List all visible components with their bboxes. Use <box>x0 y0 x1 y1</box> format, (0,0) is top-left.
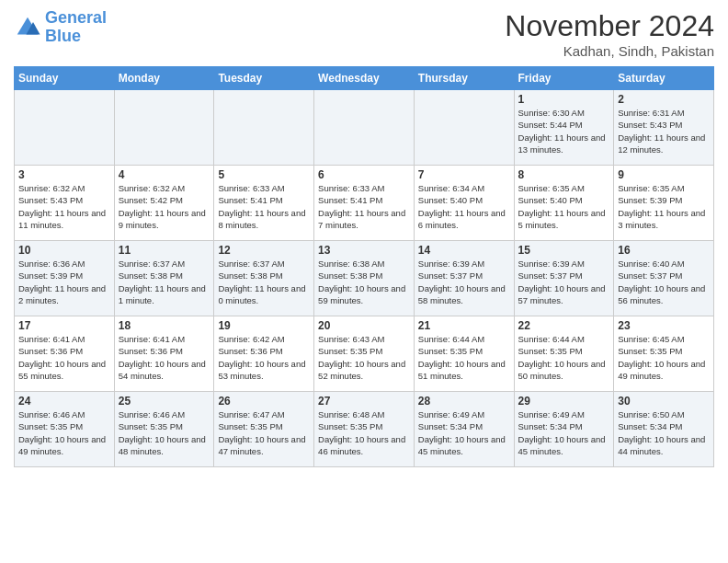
day-info: Sunrise: 6:36 AM Sunset: 5:39 PM Dayligh… <box>18 258 110 306</box>
day-info: Sunrise: 6:47 AM Sunset: 5:35 PM Dayligh… <box>218 408 310 457</box>
weekday-header-row: SundayMondayTuesdayWednesdayThursdayFrid… <box>15 67 714 90</box>
day-number: 14 <box>418 244 510 257</box>
weekday-header: Tuesday <box>214 67 314 90</box>
day-number: 3 <box>18 168 110 181</box>
day-number: 17 <box>18 319 110 332</box>
weekday-header: Sunday <box>15 67 115 90</box>
logo-blue: Blue <box>45 28 107 46</box>
day-info: Sunrise: 6:37 AM Sunset: 5:38 PM Dayligh… <box>218 258 310 306</box>
day-info: Sunrise: 6:45 AM Sunset: 5:35 PM Dayligh… <box>618 333 710 382</box>
day-info: Sunrise: 6:41 AM Sunset: 5:36 PM Dayligh… <box>18 333 110 382</box>
day-number: 22 <box>518 319 610 332</box>
calendar-cell: 18Sunrise: 6:41 AM Sunset: 5:36 PM Dayli… <box>114 316 214 392</box>
location: Kadhan, Sindh, Pakistan <box>505 43 714 59</box>
day-number: 1 <box>518 93 610 106</box>
day-number: 4 <box>119 168 210 181</box>
day-info: Sunrise: 6:38 AM Sunset: 5:38 PM Dayligh… <box>318 258 410 306</box>
day-info: Sunrise: 6:37 AM Sunset: 5:38 PM Dayligh… <box>119 258 210 306</box>
day-info: Sunrise: 6:49 AM Sunset: 5:34 PM Dayligh… <box>418 408 510 457</box>
day-info: Sunrise: 6:43 AM Sunset: 5:35 PM Dayligh… <box>318 333 410 382</box>
calendar-cell: 20Sunrise: 6:43 AM Sunset: 5:35 PM Dayli… <box>314 316 415 392</box>
calendar-cell: 23Sunrise: 6:45 AM Sunset: 5:35 PM Dayli… <box>614 316 714 392</box>
day-info: Sunrise: 6:33 AM Sunset: 5:41 PM Dayligh… <box>218 182 310 231</box>
day-number: 5 <box>218 168 310 181</box>
calendar-cell: 6Sunrise: 6:33 AM Sunset: 5:41 PM Daylig… <box>314 166 415 241</box>
day-info: Sunrise: 6:35 AM Sunset: 5:40 PM Dayligh… <box>518 182 610 231</box>
calendar-cell: 21Sunrise: 6:44 AM Sunset: 5:35 PM Dayli… <box>414 316 514 392</box>
day-number: 20 <box>318 319 410 332</box>
day-info: Sunrise: 6:46 AM Sunset: 5:35 PM Dayligh… <box>119 408 210 457</box>
logo-general: General <box>45 8 107 27</box>
day-info: Sunrise: 6:48 AM Sunset: 5:35 PM Dayligh… <box>318 408 410 457</box>
calendar-cell <box>414 90 514 166</box>
day-number: 23 <box>618 319 710 332</box>
day-info: Sunrise: 6:35 AM Sunset: 5:39 PM Dayligh… <box>618 182 710 231</box>
weekday-header: Friday <box>514 67 614 90</box>
day-number: 10 <box>18 244 110 257</box>
logo-text: General Blue <box>45 9 107 46</box>
calendar-cell: 30Sunrise: 6:50 AM Sunset: 5:34 PM Dayli… <box>614 392 714 467</box>
day-info: Sunrise: 6:44 AM Sunset: 5:35 PM Dayligh… <box>518 333 610 382</box>
calendar-cell <box>114 90 214 166</box>
calendar-cell: 19Sunrise: 6:42 AM Sunset: 5:36 PM Dayli… <box>214 316 314 392</box>
calendar-row: 1Sunrise: 6:30 AM Sunset: 5:44 PM Daylig… <box>15 90 714 166</box>
day-info: Sunrise: 6:30 AM Sunset: 5:44 PM Dayligh… <box>518 107 610 155</box>
day-number: 7 <box>418 168 510 181</box>
day-number: 9 <box>618 168 710 181</box>
calendar-cell: 17Sunrise: 6:41 AM Sunset: 5:36 PM Dayli… <box>15 316 115 392</box>
calendar-cell: 7Sunrise: 6:34 AM Sunset: 5:40 PM Daylig… <box>414 166 514 241</box>
calendar-cell: 4Sunrise: 6:32 AM Sunset: 5:42 PM Daylig… <box>114 166 214 241</box>
day-info: Sunrise: 6:33 AM Sunset: 5:41 PM Dayligh… <box>318 182 410 231</box>
day-number: 28 <box>418 395 510 408</box>
day-number: 11 <box>119 244 210 257</box>
calendar-table: SundayMondayTuesdayWednesdayThursdayFrid… <box>14 66 714 467</box>
calendar-cell: 15Sunrise: 6:39 AM Sunset: 5:37 PM Dayli… <box>514 241 614 316</box>
calendar-cell <box>214 90 314 166</box>
calendar-cell <box>314 90 415 166</box>
calendar-cell: 13Sunrise: 6:38 AM Sunset: 5:38 PM Dayli… <box>314 241 415 316</box>
calendar-cell: 22Sunrise: 6:44 AM Sunset: 5:35 PM Dayli… <box>514 316 614 392</box>
day-number: 24 <box>18 395 110 408</box>
day-number: 18 <box>119 319 210 332</box>
calendar-cell: 3Sunrise: 6:32 AM Sunset: 5:43 PM Daylig… <box>15 166 115 241</box>
day-number: 16 <box>618 244 710 257</box>
calendar-cell: 2Sunrise: 6:31 AM Sunset: 5:43 PM Daylig… <box>614 90 714 166</box>
logo-icon <box>14 14 41 41</box>
title-block: November 2024 Kadhan, Sindh, Pakistan <box>505 9 714 59</box>
calendar-cell: 29Sunrise: 6:49 AM Sunset: 5:34 PM Dayli… <box>514 392 614 467</box>
day-number: 27 <box>318 395 410 408</box>
day-number: 6 <box>318 168 410 181</box>
day-number: 8 <box>518 168 610 181</box>
calendar-cell: 1Sunrise: 6:30 AM Sunset: 5:44 PM Daylig… <box>514 90 614 166</box>
day-number: 12 <box>218 244 310 257</box>
day-info: Sunrise: 6:42 AM Sunset: 5:36 PM Dayligh… <box>218 333 310 382</box>
day-info: Sunrise: 6:50 AM Sunset: 5:34 PM Dayligh… <box>618 408 710 457</box>
page-container: General Blue November 2024 Kadhan, Sindh… <box>0 0 728 477</box>
weekday-header: Monday <box>114 67 214 90</box>
calendar-cell: 12Sunrise: 6:37 AM Sunset: 5:38 PM Dayli… <box>214 241 314 316</box>
calendar-cell: 27Sunrise: 6:48 AM Sunset: 5:35 PM Dayli… <box>314 392 415 467</box>
weekday-header: Wednesday <box>314 67 415 90</box>
day-info: Sunrise: 6:31 AM Sunset: 5:43 PM Dayligh… <box>618 107 710 155</box>
weekday-header: Thursday <box>414 67 514 90</box>
day-number: 19 <box>218 319 310 332</box>
calendar-row: 17Sunrise: 6:41 AM Sunset: 5:36 PM Dayli… <box>15 316 714 392</box>
day-number: 21 <box>418 319 510 332</box>
day-info: Sunrise: 6:49 AM Sunset: 5:34 PM Dayligh… <box>518 408 610 457</box>
calendar-cell: 8Sunrise: 6:35 AM Sunset: 5:40 PM Daylig… <box>514 166 614 241</box>
calendar-row: 24Sunrise: 6:46 AM Sunset: 5:35 PM Dayli… <box>15 392 714 467</box>
day-info: Sunrise: 6:46 AM Sunset: 5:35 PM Dayligh… <box>18 408 110 457</box>
day-number: 30 <box>618 395 710 408</box>
calendar-cell: 26Sunrise: 6:47 AM Sunset: 5:35 PM Dayli… <box>214 392 314 467</box>
header: General Blue November 2024 Kadhan, Sindh… <box>14 9 714 59</box>
calendar-cell: 5Sunrise: 6:33 AM Sunset: 5:41 PM Daylig… <box>214 166 314 241</box>
day-number: 29 <box>518 395 610 408</box>
day-number: 25 <box>119 395 210 408</box>
day-number: 26 <box>218 395 310 408</box>
calendar-cell: 28Sunrise: 6:49 AM Sunset: 5:34 PM Dayli… <box>414 392 514 467</box>
calendar-cell: 14Sunrise: 6:39 AM Sunset: 5:37 PM Dayli… <box>414 241 514 316</box>
weekday-header: Saturday <box>614 67 714 90</box>
logo: General Blue <box>14 9 107 46</box>
day-info: Sunrise: 6:41 AM Sunset: 5:36 PM Dayligh… <box>119 333 210 382</box>
calendar-cell: 24Sunrise: 6:46 AM Sunset: 5:35 PM Dayli… <box>15 392 115 467</box>
